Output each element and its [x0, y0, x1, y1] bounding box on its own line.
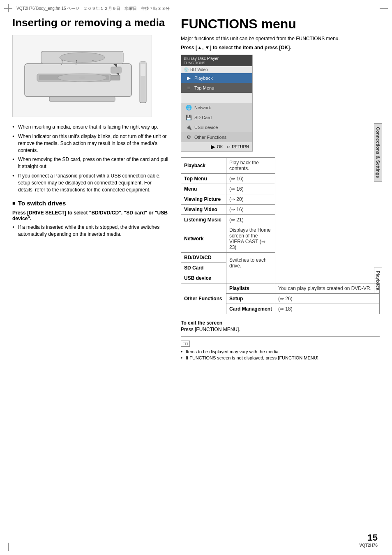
- svg-rect-9: [111, 75, 120, 80]
- playback-icon: ▶: [185, 75, 192, 81]
- exit-section: To exit the screen Press [FUNCTION MENU]…: [181, 320, 380, 332]
- table-row: Playback Play back the contents.: [181, 158, 380, 174]
- note-item: Items to be displayed may vary with the …: [181, 349, 380, 354]
- note-item: If FUNCTIONS screen is not displayed, pr…: [181, 355, 380, 360]
- table-item-listeningmusic: Listening Music: [181, 215, 226, 225]
- sdcard-icon: 💾: [185, 114, 192, 121]
- menu-item-usbdevice[interactable]: 🔌 USB device: [181, 122, 252, 132]
- menu-item-topmenu[interactable]: ≡ Top Menu: [181, 83, 252, 93]
- left-bullet-list: When inserting a media, ensure that it i…: [12, 124, 168, 193]
- menu-footer: ▶ OK ↩ RETURN: [181, 142, 252, 151]
- table-desc-viewingvideo: (⇒ 16): [226, 205, 275, 215]
- table-row: USB device: [181, 273, 380, 283]
- table-row: Viewing Video (⇒ 16): [181, 205, 380, 215]
- file-info: VQT2H76`Body_eng.fm 15 ページ ２０９年１２月９日 水曜日…: [16, 6, 170, 12]
- bullet-item: If you connect a Panasonic product with …: [12, 173, 168, 193]
- bullet-item: When indicator on this unit's display bl…: [12, 133, 168, 154]
- table-row: Menu (⇒ 16): [181, 184, 380, 194]
- table-item-bddvdcd: BD/DVD/CD: [181, 253, 226, 263]
- table-row: Viewing Picture (⇒ 20): [181, 194, 380, 205]
- menu-item-sdcard[interactable]: 💾 SD Card: [181, 113, 252, 122]
- menu-item-network[interactable]: 🌐 Network: [181, 103, 252, 113]
- menu-screenshot: Blu-ray Disc Player FUNCTIONS 💿 BD-Video…: [181, 55, 253, 152]
- table-row: Top Menu (⇒ 16): [181, 174, 380, 184]
- exit-text: Press [FUNCTION MENU].: [181, 327, 380, 332]
- table-desc-drives: Switches to each drive.: [226, 253, 275, 273]
- corner-crosshair-tr: [380, 4, 388, 12]
- menu-item-empty: [181, 93, 252, 103]
- drive-instruction: Press [DRIVE SELECT] to select "BD/DVD/C…: [12, 210, 168, 221]
- functions-table: Playback Play back the contents. Top Men…: [181, 157, 380, 314]
- table-row: SD Card: [181, 263, 380, 273]
- press-instruction: Press [▲, ▼] to select the item and pres…: [181, 45, 380, 51]
- menu-item-playback[interactable]: ▶ Playback: [181, 73, 252, 83]
- table-row: Other Functions Playlists You can play p…: [181, 283, 380, 294]
- exit-title: To exit the screen: [181, 320, 380, 326]
- corner-crosshair-tl: [4, 4, 12, 12]
- table-sub-cardmanagement: Card Management: [226, 304, 275, 314]
- corner-crosshair-bl: [4, 543, 12, 551]
- otherfunc-icon: ⚙: [185, 134, 192, 140]
- note-box: □□: [181, 341, 190, 347]
- table-item-sdcard: SD Card: [181, 263, 226, 273]
- corner-crosshair-br: [380, 543, 388, 551]
- bullet-item: When removing the SD card, press on the …: [12, 156, 168, 170]
- table-desc-network: Displays the Home screen of the VIERA CA…: [226, 225, 275, 253]
- table-sub-setup: Setup: [226, 294, 275, 304]
- table-desc-playback: Play back the contents.: [226, 158, 275, 174]
- table-item-playback: Playback: [181, 158, 226, 174]
- page-code: VQT2H76: [360, 543, 378, 548]
- menu-header: Blu-ray Disc Player FUNCTIONS: [181, 55, 252, 66]
- table-row: BD/DVD/CD Switches to each drive.: [181, 253, 380, 263]
- table-desc-cardmanagement: (⇒ 18): [275, 304, 380, 314]
- table-desc-setup: (⇒ 26): [275, 294, 380, 304]
- intro-text: Major functions of this unit can be oper…: [181, 36, 380, 41]
- table-row: Listening Music (⇒ 21): [181, 215, 380, 225]
- svg-rect-8: [111, 67, 121, 73]
- menu-bd-label: 💿 BD-Video: [181, 66, 252, 73]
- svg-text:↑: ↑: [92, 58, 94, 64]
- table-desc-playlists: You can play playlists created on DVD-VR…: [275, 283, 380, 294]
- table-sub-playlists: Playlists: [226, 283, 275, 294]
- note-bullets: Items to be displayed may vary with the …: [181, 349, 380, 360]
- table-desc-listeningmusic: (⇒ 21): [226, 215, 275, 225]
- switch-drives-bullets: If a media is inserted while the unit is…: [12, 224, 168, 238]
- bullet-item: When inserting a media, ensure that it i…: [12, 124, 168, 131]
- svg-text:↑: ↑: [75, 58, 78, 64]
- svg-rect-15: [141, 64, 145, 76]
- usb-icon: 🔌: [185, 124, 192, 131]
- switch-drives-bullet: If a media is inserted while the unit is…: [12, 224, 168, 238]
- table-item-topmenu: Top Menu: [181, 174, 226, 184]
- svg-point-13: [60, 53, 105, 62]
- table-desc-viewingpicture: (⇒ 20): [226, 194, 275, 205]
- table-item-usbdevice: USB device: [181, 273, 226, 283]
- device-image: ↑ ↑ ↑: [12, 35, 152, 117]
- empty-icon: [185, 94, 192, 101]
- table-item-viewingvideo: Viewing Video: [181, 205, 226, 215]
- left-section-title: Inserting or removing a media: [12, 16, 168, 29]
- table-desc-menu: (⇒ 16): [226, 184, 275, 194]
- table-desc-topmenu: (⇒ 16): [226, 174, 275, 184]
- subsection-title: To switch drives: [12, 200, 168, 207]
- table-row: Network Displays the Home screen of the …: [181, 225, 380, 253]
- svg-rect-7: [49, 97, 115, 101]
- topmenu-icon: ≡: [185, 85, 192, 91]
- svg-text:↑: ↑: [61, 58, 63, 64]
- functions-title: FUNCTIONS menu: [181, 16, 380, 32]
- table-item-otherfunctions: Other Functions: [181, 283, 226, 314]
- table-item-menu: Menu: [181, 184, 226, 194]
- table-item-viewingpicture: Viewing Picture: [181, 194, 226, 205]
- table-desc-usbdevice: [226, 273, 275, 283]
- page-number: 15: [360, 532, 378, 543]
- network-icon: 🌐: [185, 104, 192, 111]
- table-item-network: Network: [181, 225, 226, 253]
- page-footer: 15 VQT2H76: [360, 532, 378, 548]
- svg-point-4: [79, 76, 85, 79]
- menu-item-otherfunctions[interactable]: ⚙ Other Functions: [181, 132, 252, 142]
- divider: [181, 336, 380, 337]
